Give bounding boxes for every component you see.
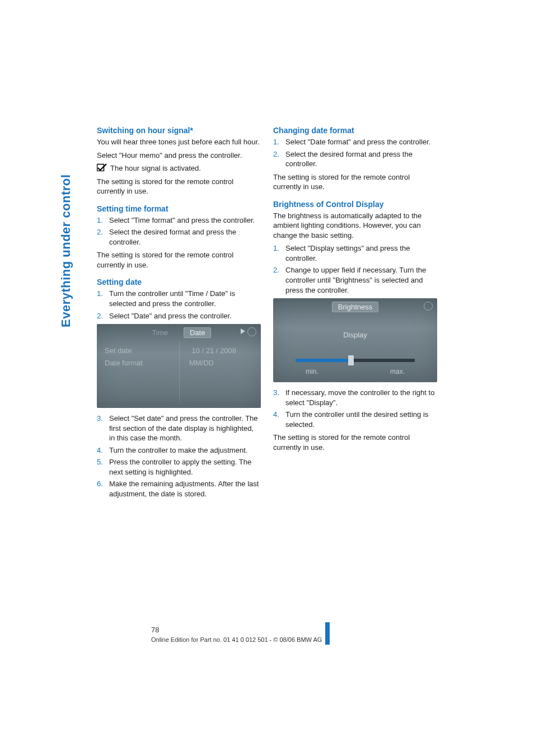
body-text: The setting is stored for the remote con… <box>273 433 437 452</box>
info-icon <box>424 302 433 311</box>
content-area: Switching on hour signal* You will hear … <box>97 126 438 502</box>
page: Everything under control Switching on ho… <box>0 0 534 756</box>
checkbox-checked-icon <box>97 163 107 171</box>
list-item: 2.Select the desired format and press th… <box>273 149 437 169</box>
list-item: 4.Turn the controller until the desired … <box>273 410 437 429</box>
step-number: 2. <box>273 149 285 169</box>
step-number: 1. <box>273 243 285 263</box>
body-text: The brightness is automatically adapted … <box>273 211 437 241</box>
step-text: Press the controller to apply the settin… <box>109 457 261 477</box>
brightness-screenshot: Brightness Display min. max. <box>273 298 437 382</box>
display-label: Display <box>273 331 437 339</box>
screenshot-title-row: Brightness <box>273 302 437 312</box>
step-number: 2. <box>97 311 109 321</box>
step-number: 3. <box>273 388 285 407</box>
heading-setting-date: Setting date <box>97 278 261 287</box>
page-number: 78 <box>151 626 322 634</box>
list-item: 2.Select the desired format and press th… <box>97 227 261 247</box>
step-number: 4. <box>97 445 109 456</box>
step-text: Select "Date format" and press the contr… <box>285 137 430 147</box>
page-footer: 78 Online Edition for Part no. 01 41 0 0… <box>0 626 534 648</box>
list-item: 1.Select "Time format" and press the con… <box>97 215 261 226</box>
play-icon <box>241 328 245 334</box>
step-number: 2. <box>273 265 285 295</box>
footer-text: Online Edition for Part no. 01 41 0 012 … <box>151 636 322 643</box>
setting-date-steps-a: 1.Turn the controller until "Time / Date… <box>97 289 261 321</box>
row-label: Set date <box>105 346 132 355</box>
time-format-steps: 1.Select "Time format" and press the con… <box>97 215 261 247</box>
left-column: Switching on hour signal* You will hear … <box>97 126 261 502</box>
step-text: Select "Time format" and press the contr… <box>109 215 255 226</box>
slider-fill <box>296 359 352 362</box>
tab-date: Date <box>184 327 211 338</box>
step-text: Select the desired format and press the … <box>285 149 437 169</box>
step-text: If necessary, move the controller to the… <box>285 388 437 407</box>
list-item: 3.Select "Set date" and press the contro… <box>97 414 261 443</box>
step-number: 1. <box>97 215 109 226</box>
side-tab-title: Everything under control <box>59 126 74 327</box>
heading-time-format: Setting time format <box>97 204 261 213</box>
right-column: Changing date format 1.Select "Date form… <box>273 126 437 502</box>
step-number: 4. <box>273 410 285 429</box>
step-text: Select the desired format and press the … <box>109 227 261 247</box>
step-number: 1. <box>273 137 285 147</box>
heading-brightness: Brightness of Control Display <box>273 200 437 209</box>
list-item: 2.Change to upper field if necessary. Tu… <box>273 265 437 295</box>
row-value: MM/DD <box>189 359 214 367</box>
page-marker-bar <box>325 622 330 645</box>
list-item: 1.Turn the controller until "Time / Date… <box>97 289 261 308</box>
step-text: Turn the controller until "Time / Date" … <box>109 289 261 308</box>
list-item: 2.Select "Date" and press the controller… <box>97 311 261 321</box>
row-label: Date format <box>105 359 143 367</box>
heading-hour-signal: Switching on hour signal* <box>97 126 261 135</box>
tab-time: Time <box>147 328 174 337</box>
step-text: Select "Set date" and press the controll… <box>109 414 261 443</box>
step-number: 1. <box>97 289 109 308</box>
brightness-steps-b: 3.If necessary, move the controller to t… <box>273 388 437 429</box>
body-text: You will hear three tones just before ea… <box>97 137 261 147</box>
step-text: Select "Date" and press the controller. <box>109 311 232 321</box>
body-text: The setting is stored for the remote con… <box>273 172 437 192</box>
screenshot-row-set-date: Set date 10 / 21 / 2008 <box>105 346 253 355</box>
date-format-steps: 1.Select "Date format" and press the con… <box>273 137 437 169</box>
body-text: The hour signal is activated. <box>110 163 201 173</box>
screenshot-tabs: Time Date <box>97 327 261 338</box>
row-value: 10 / 21 / 2008 <box>191 346 236 355</box>
slider-handle <box>348 355 354 365</box>
body-text: The setting is stored for the remote con… <box>97 177 261 196</box>
list-item: 1.Select "Date format" and press the con… <box>273 137 437 147</box>
heading-date-format: Changing date format <box>273 126 437 135</box>
step-text: Turn the controller until the desired se… <box>285 410 437 429</box>
step-text: Select "Display settings" and press the … <box>285 243 437 263</box>
step-number: 2. <box>97 227 109 247</box>
step-text: Turn the controller to make the adjustme… <box>109 445 247 456</box>
date-settings-screenshot: Time Date Set date 10 / 21 / 2008 Date f… <box>97 324 261 408</box>
step-text: Make the remaining adjustments. After th… <box>109 479 261 499</box>
list-item: 5.Press the controller to apply the sett… <box>97 457 261 477</box>
setting-date-steps-b: 3.Select "Set date" and press the contro… <box>97 414 261 499</box>
info-icon <box>247 327 256 336</box>
hour-signal-activated-line: The hour signal is activated. <box>97 163 261 173</box>
list-item: 6.Make the remaining adjustments. After … <box>97 479 261 499</box>
tab-brightness: Brightness <box>332 302 378 312</box>
slider-max-label: max. <box>390 368 405 375</box>
brightness-steps-a: 1.Select "Display settings" and press th… <box>273 243 437 295</box>
screenshot-row-date-format: Date format MM/DD <box>105 359 253 367</box>
list-item: 3.If necessary, move the controller to t… <box>273 388 437 407</box>
step-number: 3. <box>97 414 109 443</box>
list-item: 1.Select "Display settings" and press th… <box>273 243 437 263</box>
step-text: Change to upper field if necessary. Turn… <box>285 265 437 295</box>
body-text: Select "Hour memo" and press the control… <box>97 151 261 161</box>
body-text: The setting is stored for the remote con… <box>97 250 261 270</box>
step-number: 6. <box>97 479 109 499</box>
list-item: 4.Turn the controller to make the adjust… <box>97 445 261 456</box>
step-number: 5. <box>97 457 109 477</box>
slider-min-label: min. <box>306 368 318 375</box>
